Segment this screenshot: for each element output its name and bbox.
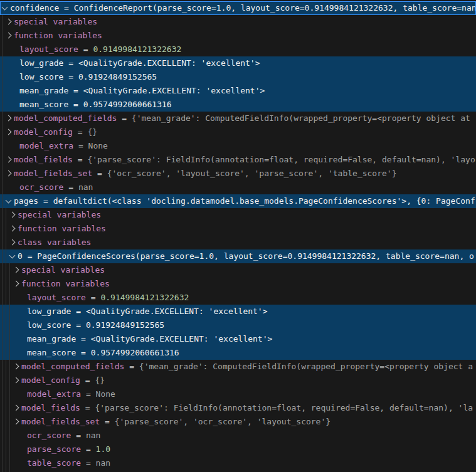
chevron-right-icon[interactable] — [6, 115, 12, 122]
equals-sign: = — [73, 141, 88, 150]
equals-sign: = — [68, 86, 83, 95]
equals-sign: = — [63, 58, 78, 68]
tree-row-model-extra[interactable]: model_extra = None — [0, 387, 476, 401]
equals-sign: = — [76, 348, 90, 357]
chevron-right-icon[interactable] — [6, 33, 12, 39]
tree-row-table-score[interactable]: table_score = nan — [0, 456, 476, 470]
equals-sign: = — [86, 293, 100, 302]
group-label: function variables — [14, 31, 102, 40]
equals-sign: = — [117, 113, 131, 123]
tree-row-layout-score[interactable]: layout_score = 0.9149984121322632 — [0, 291, 476, 305]
tree-row-model-fields[interactable]: model_fields = {'parse_score': FieldInfo… — [0, 153, 476, 167]
tree-row-low-score[interactable]: low_score = 0.91924849152565 — [0, 70, 476, 84]
variable-name: model_fields_set — [14, 169, 92, 178]
equals-sign: = — [78, 45, 93, 54]
tree-row-model-fields[interactable]: model_fields = {'parse_score': FieldInfo… — [0, 401, 476, 415]
chevron-right-icon[interactable] — [9, 226, 16, 232]
variable-name: model_extra — [19, 141, 73, 150]
tree-row-special-variables[interactable]: special variables — [0, 263, 476, 277]
tree-row-model-fields-set[interactable]: model_fields_set = {'parse_score', 'ocr_… — [0, 415, 476, 429]
equals-sign: = — [80, 375, 95, 385]
tree-row-ocr-score[interactable]: ocr_score = nan — [0, 181, 476, 194]
chevron-right-icon[interactable] — [9, 212, 16, 218]
variable-value: None — [88, 141, 108, 150]
tree-row-model-config[interactable]: model_config = {} — [0, 125, 476, 139]
variable-value: <QualityGrade.EXCELLENT: 'excellent'> — [83, 86, 265, 95]
variable-value: <QualityGrade.EXCELLENT: 'excellent'> — [78, 58, 260, 68]
tree-row-0[interactable]: 0 = PageConfidenceScores(parse_score=1.0… — [0, 249, 476, 263]
equals-sign: = — [73, 155, 87, 164]
variable-value: {'mean_grade': ComputedFieldInfo(wrapped… — [132, 113, 470, 123]
variables-tree: confidence = ConfidenceReport(parse_scor… — [0, 0, 476, 472]
tree-row-model-fields-set[interactable]: model_fields_set = {'ocr_score', 'layout… — [0, 167, 476, 181]
variable-name: ocr_score — [27, 431, 71, 440]
variable-value: nan — [86, 431, 100, 440]
variable-name: mean_score — [19, 100, 68, 109]
tree-row-function-variables[interactable]: function variables — [0, 277, 476, 291]
group-label: class variables — [18, 238, 91, 247]
chevron-down-icon[interactable] — [2, 4, 8, 11]
chevron-down-icon[interactable] — [6, 197, 12, 204]
chevron-right-icon[interactable] — [6, 170, 12, 177]
chevron-right-icon[interactable] — [13, 405, 19, 411]
variable-value: 0.9574992060661316 — [91, 348, 179, 357]
chevron-right-icon[interactable] — [6, 157, 12, 163]
equals-sign: = — [71, 307, 85, 316]
equals-sign: = — [80, 403, 95, 412]
variable-name: ocr_score — [19, 182, 63, 192]
chevron-right-icon[interactable] — [9, 239, 16, 246]
tree-row-class-variables[interactable]: class variables — [0, 236, 476, 249]
tree-row-model-computed-fields[interactable]: model_computed_fields = {'mean_grade': C… — [0, 360, 476, 374]
variable-name: model_fields — [21, 403, 80, 412]
chevron-right-icon[interactable] — [13, 377, 19, 384]
variable-name: model_computed_fields — [14, 113, 117, 123]
tree-row-low-grade[interactable]: low_grade = <QualityGrade.EXCELLENT: 'ex… — [0, 305, 476, 318]
tree-row-ocr-score[interactable]: ocr_score = nan — [0, 429, 476, 443]
tree-row-function-variables[interactable]: function variables — [0, 222, 476, 236]
chevron-right-icon[interactable] — [6, 19, 12, 25]
tree-row-low-score[interactable]: low_score = 0.91924849152565 — [0, 318, 476, 332]
chevron-right-icon[interactable] — [13, 364, 19, 370]
equals-sign: = — [63, 182, 78, 192]
variable-value: {'mean_grade': ComputedFieldInfo(wrapped… — [139, 362, 473, 371]
chevron-right-icon[interactable] — [13, 267, 19, 273]
tree-row-model-extra[interactable]: model_extra = None — [0, 139, 476, 153]
variable-name: model_computed_fields — [21, 362, 124, 371]
variable-value: nan — [96, 458, 110, 468]
tree-row-pages[interactable]: pages = defaultdict(<class 'docling.data… — [0, 194, 476, 208]
tree-row-parse-score[interactable]: parse_score = 1.0 — [0, 443, 476, 456]
equals-sign: = — [81, 444, 95, 454]
tree-row-mean-score[interactable]: mean_score = 0.9574992060661316 — [0, 346, 476, 360]
variable-value: {} — [87, 127, 97, 137]
tree-row-mean-score[interactable]: mean_score = 0.9574992060661316 — [0, 98, 476, 112]
tree-row-mean-grade[interactable]: mean_grade = <QualityGrade.EXCELLENT: 'e… — [0, 84, 476, 98]
variable-value: {'parse_score', 'ocr_score', 'layout_sco… — [115, 417, 331, 426]
tree-row-model-config[interactable]: model_config = {} — [0, 374, 476, 387]
variable-name: layout_score — [27, 293, 86, 302]
variable-value: {'parse_score': FieldInfo(annotation=flo… — [95, 403, 473, 412]
equals-sign: = — [59, 3, 73, 13]
tree-row-mean-grade[interactable]: mean_grade = <QualityGrade.EXCELLENT: 'e… — [0, 332, 476, 346]
tree-row-layout-score[interactable]: layout_score = 0.9149984121322632 — [0, 43, 476, 56]
variable-name: confidence — [10, 3, 59, 13]
equals-sign: = — [81, 458, 95, 468]
chevron-down-icon[interactable] — [9, 253, 16, 259]
variable-value: ConfidenceReport(parse_score=1.0, layout… — [74, 3, 476, 13]
group-label: special variables — [14, 17, 97, 26]
equals-sign: = — [76, 334, 90, 344]
chevron-right-icon[interactable] — [13, 281, 19, 287]
variable-value: <QualityGrade.EXCELLENT: 'excellent'> — [91, 334, 273, 344]
chevron-right-icon[interactable] — [13, 419, 19, 425]
tree-row-low-grade[interactable]: low_grade = <QualityGrade.EXCELLENT: 'ex… — [0, 56, 476, 70]
variable-name: table_score — [27, 458, 81, 468]
tree-row-function-variables[interactable]: function variables — [0, 29, 476, 43]
chevron-right-icon[interactable] — [6, 129, 12, 135]
equals-sign: = — [100, 417, 114, 426]
tree-row-special-variables[interactable]: special variables — [0, 208, 476, 222]
equals-sign: = — [38, 196, 53, 206]
tree-row-special-variables[interactable]: special variables — [0, 15, 476, 29]
tree-row-model-computed-fields[interactable]: model_computed_fields = {'mean_grade': C… — [0, 112, 476, 125]
variable-name: pages — [14, 196, 38, 206]
tree-row-confidence[interactable]: confidence = ConfidenceReport(parse_scor… — [0, 1, 476, 15]
indent-guide — [2, 15, 3, 472]
